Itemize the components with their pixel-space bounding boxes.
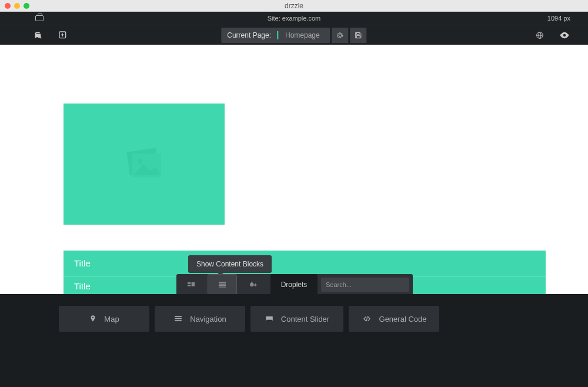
block-navigation[interactable]: Navigation — [155, 306, 245, 332]
title-row-2-label: Title — [74, 281, 91, 291]
add-page-icon[interactable] — [57, 29, 69, 41]
image-placeholder-block[interactable] — [64, 104, 225, 225]
image-placeholder-icon — [123, 146, 165, 182]
title-row-1[interactable]: Title — [64, 251, 546, 276]
search-input[interactable] — [321, 278, 409, 292]
svg-line-22 — [366, 316, 367, 321]
svg-rect-6 — [357, 35, 360, 38]
preview-icon[interactable] — [559, 29, 570, 41]
slider-icon — [265, 315, 274, 323]
window-title: drzzle — [0, 2, 588, 10]
code-icon — [362, 315, 372, 323]
tab-droplets-label: Droplets — [281, 281, 308, 289]
site-bar: Site: example.com 1094 px — [0, 12, 588, 25]
save-button[interactable] — [350, 28, 367, 43]
block-map-label: Map — [104, 315, 119, 323]
window-titlebar: drzzle — [0, 0, 588, 12]
block-general-code[interactable]: General Code — [349, 306, 439, 332]
pages-icon[interactable] — [32, 29, 44, 41]
settings-button[interactable] — [332, 28, 349, 43]
title-row-1-label: Title — [74, 258, 91, 268]
block-map[interactable]: Map — [59, 306, 149, 332]
menu-icon — [173, 315, 183, 323]
block-navigation-label: Navigation — [190, 315, 226, 323]
block-content-slider-label: Content Slider — [281, 315, 329, 323]
svg-rect-14 — [219, 282, 226, 283]
tab-content-blocks-icon[interactable] — [208, 274, 237, 295]
tab-themes-icon[interactable] — [239, 274, 268, 295]
tab-droplets[interactable]: Droplets — [270, 274, 318, 295]
svg-line-1 — [40, 37, 41, 38]
svg-point-10 — [563, 34, 566, 36]
svg-rect-21 — [266, 320, 272, 321]
svg-rect-17 — [175, 316, 182, 317]
tab-sections-icon[interactable] — [176, 274, 206, 295]
site-label: Site: example.com — [0, 15, 588, 22]
viewport-width-label: 1094 px — [547, 15, 570, 22]
svg-rect-18 — [175, 318, 182, 319]
tooltip-show-content-blocks: Show Content Blocks — [188, 255, 272, 273]
block-general-code-label: General Code — [379, 315, 427, 323]
svg-rect-16 — [219, 286, 226, 287]
svg-rect-15 — [219, 284, 226, 286]
svg-rect-19 — [175, 320, 182, 321]
svg-rect-5 — [357, 32, 360, 34]
current-page-selector[interactable]: Current Page: Homepage — [221, 28, 330, 43]
map-pin-icon — [89, 314, 97, 323]
droplets-panel-tabs: Droplets — [176, 274, 413, 295]
current-page-value: Homepage — [278, 31, 330, 39]
page-canvas[interactable]: Title Title Show Content Blocks Droplets… — [0, 45, 588, 387]
globe-icon[interactable] — [534, 29, 546, 41]
main-toolbar: Current Page: Homepage — [0, 25, 588, 45]
content-blocks-panel: Map Navigation Content Slider General Co… — [0, 294, 588, 387]
block-content-slider[interactable]: Content Slider — [250, 306, 343, 332]
current-page-label: Current Page: — [221, 31, 278, 39]
svg-point-13 — [138, 159, 142, 164]
